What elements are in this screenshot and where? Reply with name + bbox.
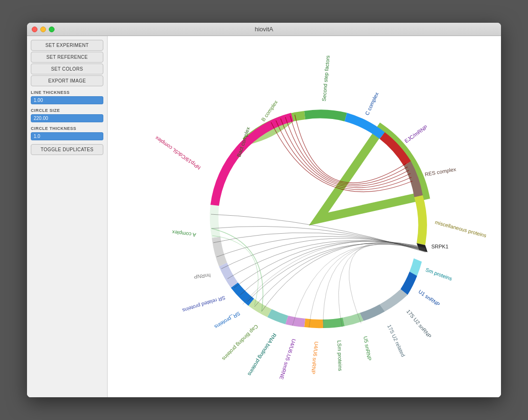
window-title: hiovitA: [255, 26, 273, 33]
acomplex-label: A complex: [172, 229, 196, 238]
circle-thickness-label: CIRCLE THICKNESS: [31, 126, 103, 131]
circle-size-input[interactable]: 220.00: [31, 114, 103, 122]
cap-label: Cap Binding proteins: [221, 324, 259, 362]
sidebar: SET EXPERIMENT SET REFERENCE SET COLORS …: [27, 36, 108, 397]
res-label: RES complex: [424, 166, 456, 177]
u4u6u5-label: U4/U6.U5 smRNE: [279, 338, 297, 380]
chord-diagram-area: B complex Bact complex Second step facto…: [108, 36, 501, 397]
maximize-button[interactable]: [49, 27, 55, 32]
17su2-label: 17S U2 snRNP: [405, 309, 432, 339]
traffic-lights: [32, 27, 55, 32]
circle-size-label: CIRCLE SIZE: [31, 108, 103, 113]
u5-label: U5 snRNP: [363, 336, 373, 361]
sm-label: Sm proteins: [425, 267, 453, 282]
chord-diagram-svg: B complex Bact complex Second step facto…: [108, 36, 501, 397]
toggle-duplicates-button[interactable]: TOGGLE DUPLICATES: [31, 144, 103, 155]
ejc-label: EJC/mRNP: [403, 124, 428, 144]
line-thickness-label: LINE THICKNESS: [31, 90, 103, 95]
srpk1-label: SRPK1: [431, 244, 448, 249]
line-thickness-input[interactable]: 1.00: [31, 96, 103, 104]
u4u6-label: U4/U6 snRNP: [310, 341, 319, 374]
secondstep-label: Second step factors: [321, 55, 330, 101]
set-colors-button[interactable]: SET COLORS: [31, 64, 103, 74]
circle-thickness-input[interactable]: 1.0: [31, 132, 103, 140]
hnrnp-label: hnRNP: [193, 273, 210, 280]
misc-label: miscellaneous proteins: [434, 219, 487, 238]
hprp19-label: hPrp19/Cdc5L complex: [154, 135, 202, 171]
titlebar: hiovitA: [27, 23, 501, 36]
application-window: hiovitA SET EXPERIMENT SET REFERENCE SET…: [27, 23, 501, 397]
set-reference-button[interactable]: SET REFERENCE: [31, 52, 103, 63]
minimize-button[interactable]: [40, 27, 46, 32]
rna-label: RNA binding proteins: [246, 332, 277, 377]
srrel-label: SR related proteins: [182, 295, 226, 313]
close-button[interactable]: [32, 27, 37, 32]
ccomplex-label: C complex: [364, 91, 380, 116]
17su2rel-label: 17S U2 related: [386, 324, 406, 358]
u1snrnp-label: U1 snRNP: [418, 289, 441, 308]
content-area: SET EXPERIMENT SET REFERENCE SET COLORS …: [27, 36, 501, 397]
export-image-button[interactable]: EXPORT IMAGE: [31, 75, 103, 86]
lsm-label: LSm proteins: [337, 340, 343, 372]
sr-label: SR_proteins: [213, 310, 241, 330]
set-experiment-button[interactable]: SET EXPERIMENT: [31, 40, 103, 51]
